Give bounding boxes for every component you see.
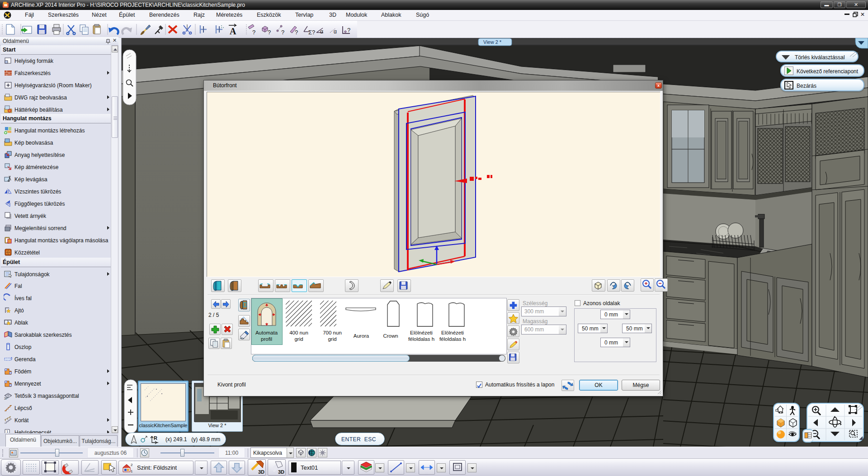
svg-text:?: ? <box>268 29 271 36</box>
svg-text:A: A <box>230 26 236 36</box>
svg-text:Σ?: Σ? <box>308 29 315 36</box>
svg-text:2: 2 <box>131 463 133 467</box>
svg-text:1: 1 <box>131 469 133 473</box>
svg-text:α: α <box>334 28 337 35</box>
svg-text:View 2 *: View 2 * <box>483 39 502 45</box>
svg-text:?: ? <box>347 27 350 33</box>
svg-text:3P: 3P <box>4 397 8 400</box>
svg-text:3D: 3D <box>258 469 264 475</box>
svg-text:?: ? <box>281 29 284 36</box>
svg-text:?: ? <box>252 29 255 36</box>
svg-text:3D: 3D <box>278 469 284 475</box>
svg-text:?: ? <box>295 29 298 36</box>
svg-text:α: α <box>320 28 323 35</box>
